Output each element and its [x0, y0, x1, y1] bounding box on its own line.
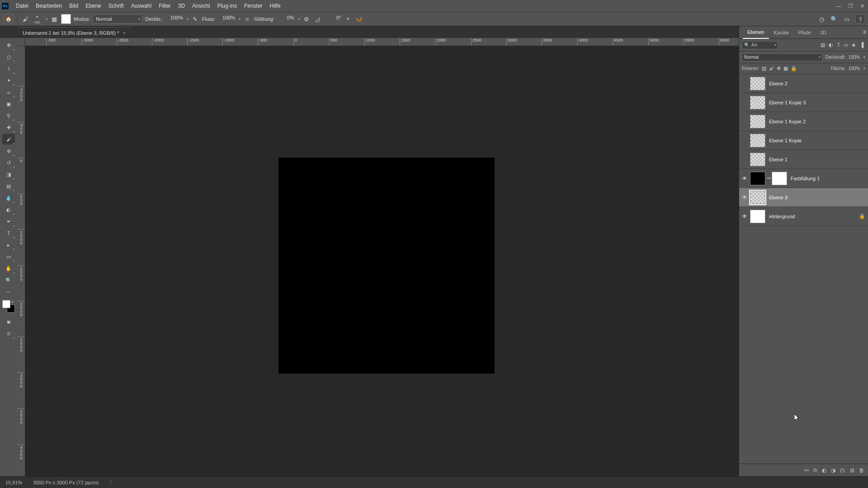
layer-blend-mode-select[interactable]: Normal	[742, 53, 822, 61]
panel-menu-button[interactable]: ≡	[863, 29, 866, 35]
panel-tab-3d[interactable]: 3D	[816, 26, 831, 39]
menu-hilfe[interactable]: Hilfe	[266, 3, 284, 9]
search-button[interactable]: 🔍	[830, 15, 838, 23]
path-select-tool[interactable]: ▸	[2, 239, 15, 250]
menu-datei[interactable]: Datei	[12, 3, 32, 9]
lasso-tool[interactable]: ⌇	[2, 63, 15, 74]
cloud-docs-button[interactable]: ◷	[817, 15, 826, 23]
canvas-area[interactable]	[25, 46, 739, 476]
add-mask-button[interactable]: ◐	[822, 467, 826, 474]
angle-value[interactable]: 0°	[324, 15, 341, 23]
filter-adjust-icon[interactable]: ◐	[829, 42, 833, 48]
layer-thumbnail[interactable]	[750, 210, 765, 223]
layer-fill-value[interactable]: 100%	[848, 66, 860, 71]
share-button[interactable]: ⇧	[855, 14, 865, 23]
layer-row[interactable]: 👁Ebene 3	[739, 188, 868, 207]
eraser-tool[interactable]: ◨	[2, 169, 15, 180]
menu-plug-ins[interactable]: Plug-ins	[214, 3, 241, 9]
foreground-color-swatch[interactable]	[2, 300, 10, 308]
window-close-button[interactable]: ✕	[858, 2, 866, 10]
lock-pixels-button[interactable]: 🖌	[769, 66, 774, 71]
menu-fenster[interactable]: Fenster	[241, 3, 266, 9]
history-brush-tool[interactable]: ↺	[2, 157, 15, 168]
brush-preset-picker[interactable]: • 762	[32, 14, 42, 24]
screen-mode-button[interactable]: ⎚	[2, 328, 15, 339]
crop-tool[interactable]: ⎄	[2, 87, 15, 98]
new-layer-button[interactable]: ⊞	[850, 467, 854, 474]
artboard[interactable]	[278, 158, 495, 374]
lock-transparency-button[interactable]: ▨	[762, 66, 766, 71]
chevron-down-icon[interactable]: ▾	[46, 17, 47, 21]
brush-settings-button[interactable]: ▦	[50, 15, 58, 23]
shape-tool[interactable]: ▭	[2, 251, 15, 262]
workspace-button[interactable]: ▭	[843, 15, 851, 23]
layer-row[interactable]: Ebene 2	[739, 74, 868, 93]
layer-name[interactable]: Ebene 3	[769, 195, 788, 200]
blend-mode-select[interactable]: Normal	[93, 14, 142, 23]
layer-fx-button[interactable]: fx	[813, 467, 817, 474]
swap-colors-icon[interactable]: ⤭	[11, 300, 14, 304]
layer-row[interactable]: Ebene 1 Kopie 3	[739, 93, 868, 112]
menu-bearbeiten[interactable]: Bearbeiten	[32, 3, 66, 9]
mask-link-icon[interactable]: ⚯	[767, 176, 771, 181]
dodge-tool[interactable]: ◐	[2, 204, 15, 215]
document-tab[interactable]: Unbenannt-1 bei 15,9% (Ebene 3, RGB/8) *…	[18, 27, 130, 38]
layer-name[interactable]: Ebene 1 Kopie 3	[769, 100, 806, 105]
marquee-tool[interactable]: ◻	[2, 52, 15, 62]
quick-select-tool[interactable]: ✦	[2, 75, 15, 86]
healing-tool[interactable]: ✚	[2, 122, 15, 133]
layer-name[interactable]: Ebene 1 Kopie 2	[769, 119, 806, 124]
smoothing-value[interactable]: 0%	[277, 15, 294, 23]
layer-visibility-toggle[interactable]: 👁	[739, 175, 750, 182]
menu-filter[interactable]: Filter	[155, 3, 175, 9]
layer-name[interactable]: Ebene 2	[769, 81, 788, 86]
lock-position-button[interactable]: ✥	[777, 66, 781, 71]
layer-thumbnail[interactable]	[750, 115, 765, 128]
lock-artboard-button[interactable]: ▦	[783, 66, 788, 71]
layer-name[interactable]: Hintergrund	[769, 214, 795, 219]
vertical-ruler[interactable]: -1000-5000500100015002000250030003500400…	[17, 46, 25, 476]
symmetry-button[interactable]: 🦋	[355, 15, 363, 23]
menu-3d[interactable]: 3D	[175, 3, 189, 9]
panel-tab-ebenen[interactable]: Ebenen	[743, 26, 769, 39]
layer-name[interactable]: Ebene 1	[769, 157, 788, 162]
layer-row[interactable]: Ebene 1	[739, 150, 868, 169]
frame-tool[interactable]: ▣	[2, 99, 15, 109]
pressure-opacity-button[interactable]: ✎	[191, 15, 199, 23]
filter-pixel-icon[interactable]: ▨	[821, 42, 825, 48]
pressure-size-button[interactable]: ⌖	[344, 15, 352, 23]
filter-shape-icon[interactable]: ▭	[844, 42, 848, 48]
filter-toggle-icon[interactable]: ▌	[862, 42, 865, 48]
flow-value[interactable]: 100%	[218, 15, 235, 23]
hand-tool[interactable]: ✋	[2, 263, 15, 274]
layer-name[interactable]: Farbfüllung 1	[791, 176, 820, 181]
type-tool[interactable]: T	[2, 228, 15, 239]
pen-tool[interactable]: ✒	[2, 216, 15, 227]
zoom-level[interactable]: 15,91%	[5, 480, 22, 485]
delete-layer-button[interactable]: 🗑	[859, 467, 864, 474]
layer-mask-thumbnail[interactable]	[772, 172, 787, 185]
menu-bild[interactable]: Bild	[66, 3, 82, 9]
filter-text-icon[interactable]: T	[837, 42, 840, 48]
close-tab-button[interactable]: ×	[123, 30, 125, 36]
blur-tool[interactable]: 💧	[2, 192, 15, 203]
document-dimensions[interactable]: 3000 Px x 3000 Px (72 ppcm)	[33, 480, 99, 485]
layer-row[interactable]: Ebene 1 Kopie 2	[739, 112, 868, 131]
layer-visibility-toggle[interactable]: 👁	[739, 194, 750, 201]
layer-row[interactable]: 👁Hintergrund🔒	[739, 207, 868, 226]
new-adjustment-button[interactable]: ◑	[831, 467, 835, 474]
layer-thumbnail[interactable]	[750, 77, 765, 90]
lock-all-button[interactable]: 🔒	[791, 66, 797, 71]
gradient-tool[interactable]: ▤	[2, 181, 15, 192]
layer-filter-select[interactable]: 🔍 Art	[742, 41, 778, 49]
airbrush-button[interactable]: ⎋	[243, 15, 251, 23]
layer-thumbnail[interactable]	[750, 134, 765, 147]
color-swatch[interactable]	[61, 14, 71, 24]
status-flyout[interactable]: 〉	[109, 479, 114, 486]
layer-thumbnail[interactable]	[750, 172, 765, 185]
layer-row[interactable]: 👁⚯Farbfüllung 1	[739, 169, 868, 188]
stamp-tool[interactable]: ⊕	[2, 145, 15, 156]
quick-mask-button[interactable]: ◙	[2, 316, 15, 327]
brush-tool[interactable]: 🖌	[2, 134, 15, 145]
new-group-button[interactable]: 🗀	[840, 467, 845, 474]
